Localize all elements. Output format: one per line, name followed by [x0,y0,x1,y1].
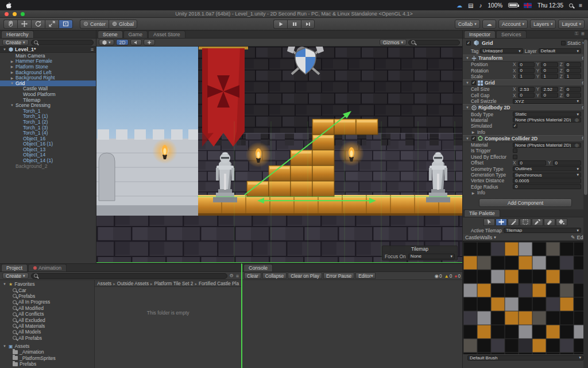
folder-item[interactable]: _PlatformSprites [0,355,94,361]
breadcrumb-segment[interactable]: Platform Tile Set 2 [154,281,199,286]
info-count-toggle[interactable]: ◉0 [435,273,442,279]
generation-type-dropdown[interactable]: Synchronous▾ [513,172,581,178]
default-brush-dropdown[interactable]: Default Brush▾ [467,355,583,361]
offset-x-field[interactable]: 0 [518,160,546,166]
console-toolbar-button[interactable]: Error Pause [323,273,354,279]
breadcrumb-segment[interactable]: Fortified Castle Pla [199,281,239,286]
hierarchy-item[interactable]: Torch_1 (4) [0,130,96,136]
favorite-item[interactable]: Prefabs [0,293,94,299]
x-field[interactable]: 0 [518,62,535,67]
warning-count-toggle[interactable]: ▲0 [444,273,452,279]
window-close-button[interactable] [5,12,9,16]
z-field[interactable]: 0 [564,62,581,67]
assets-header[interactable]: ▼▣Assets [0,343,94,349]
rb-info-foldout[interactable]: Info [477,129,485,135]
move-tool-button[interactable] [17,20,31,29]
hierarchy-item[interactable]: Torch_1 (3) [0,125,96,131]
scene-canvas[interactable]: Tilemap Focus On None▾ [96,47,462,263]
hierarchy-item[interactable]: Object_13 [0,147,96,152]
is-trigger-checkbox[interactable] [513,148,517,153]
hierarchy-item[interactable]: Object_14 (1) [0,158,96,163]
hierarchy-create-button[interactable]: Create▾ [2,39,29,45]
hierarchy-scene-row[interactable]: ▼ Level_1* ≡ [0,47,96,53]
inspector-lock-icon[interactable]: ⚿ [575,31,578,37]
project-menu-icon[interactable]: ≡ [236,273,239,279]
tab-services[interactable]: Services [496,30,527,38]
y-field[interactable]: 2.52 [541,87,558,92]
x-field[interactable]: 0 [518,68,535,73]
palette-brush-tool[interactable] [508,218,519,226]
rect-tool-button[interactable] [59,20,73,29]
grid-component-header[interactable]: ▼ ✓ Grid ⚙ [463,79,588,86]
gizmos-dropdown[interactable]: Gizmos▾ [380,39,407,45]
tile-palette-grid[interactable] [463,241,588,354]
z-field[interactable]: 0 [564,87,581,92]
z-field[interactable]: 0 [564,68,581,73]
project-create-button[interactable]: Create▾ [2,273,29,279]
collab-button[interactable]: Collab▾ [455,20,480,29]
static-dropdown[interactable]: Static▾ [561,40,585,46]
spotlight-search-icon[interactable] [569,3,573,7]
gameobject-active-checkbox[interactable]: ✓ [466,41,471,45]
hierarchy-item[interactable]: Main Camera [0,53,96,59]
shading-mode-dropdown[interactable]: ▾ [99,39,114,45]
hierarchy-item[interactable]: Castle Wall [0,86,96,92]
hierarchy-item[interactable]: Wood Platform [0,91,96,97]
breadcrumb-segment[interactable]: Outside Assets [117,281,154,286]
orientation-mode-button[interactable]: Global [109,20,137,29]
display-status-icon[interactable]: ▤ [468,2,473,9]
console-editor-dropdown[interactable]: Editor▾ [355,273,376,279]
favorite-item[interactable]: All Prefabs [0,335,94,341]
project-search-input[interactable] [31,273,227,279]
favorite-item[interactable]: All Materials [0,323,94,329]
apple-menu-icon[interactable] [6,2,14,9]
tab-inspector[interactable]: Inspector [464,30,496,38]
favorite-item[interactable]: All Modified [0,305,94,311]
palette-rect-tool[interactable] [520,218,531,226]
y-field[interactable]: 0 [541,62,558,67]
x-field[interactable]: 2.53 [518,87,535,92]
console-toolbar-button[interactable]: Collapse [262,273,287,279]
palette-select-tool[interactable] [483,218,495,226]
rb-material-object-field[interactable]: None (Physics Material 2D)◎ [513,117,581,122]
scene-options-icon[interactable]: ≡ [91,47,94,52]
tab-tile-palette[interactable]: Tile Palette [464,209,500,217]
scale-tool-button[interactable] [45,20,59,29]
hierarchy-item[interactable]: ▶ Background Left [0,70,96,75]
z-field[interactable]: 1 [564,74,581,79]
add-component-button[interactable]: Add Component [479,198,572,207]
hierarchy-item[interactable]: Object_14 [0,152,96,158]
scene-view-tab[interactable]: Scene [98,30,123,38]
static-checkbox[interactable] [561,41,566,45]
console-toolbar-button[interactable]: Clear [244,273,261,279]
favorite-item[interactable]: All Conflicts [0,311,94,317]
inspector-menu-icon[interactable]: ≡ [581,30,585,37]
scene-audio-toggle[interactable] [130,39,142,45]
hierarchy-search-input[interactable] [31,40,94,45]
hierarchy-item[interactable]: ▼ Scene Dressing [0,102,96,108]
geometry-type-dropdown[interactable]: Outlines▾ [513,166,581,171]
transform-component-header[interactable]: ▼ Transform ⚙ [463,55,588,62]
favorite-item[interactable]: Car [0,287,94,293]
inspector-scrollbar[interactable] [583,39,588,368]
gameobject-name[interactable]: Grid [482,40,493,46]
menubar-clock[interactable]: Thu 12:35 [537,2,563,9]
project-content-pane[interactable]: AssetsOutside AssetsPlatform Tile Set 2F… [95,280,241,368]
tab-animation[interactable]: Animation [28,264,67,271]
palette-fill-tool[interactable] [556,218,567,226]
layer-dropdown[interactable]: Default▾ [539,48,581,53]
window-minimize-button[interactable] [13,12,17,16]
scene-view-tab[interactable]: Game [123,30,148,38]
notification-center-icon[interactable]: ≡ [579,2,582,9]
used-by-effector-checkbox[interactable] [513,155,517,159]
scene-view-tab[interactable]: Asset Store [148,30,185,38]
cloud-services-button[interactable]: ☁ [482,20,496,29]
play-button[interactable] [273,20,287,29]
layers-dropdown[interactable]: Layers▾ [530,20,556,29]
x-field[interactable]: 0 [518,93,535,98]
breadcrumb-segment[interactable]: Assets [97,281,117,286]
x-field[interactable]: 1 [518,74,535,79]
favorites-header[interactable]: ▼★Favorites [0,281,94,287]
simulated-checkbox[interactable]: ✓ [513,124,517,128]
cloud-status-icon[interactable]: ☁ [457,2,462,9]
